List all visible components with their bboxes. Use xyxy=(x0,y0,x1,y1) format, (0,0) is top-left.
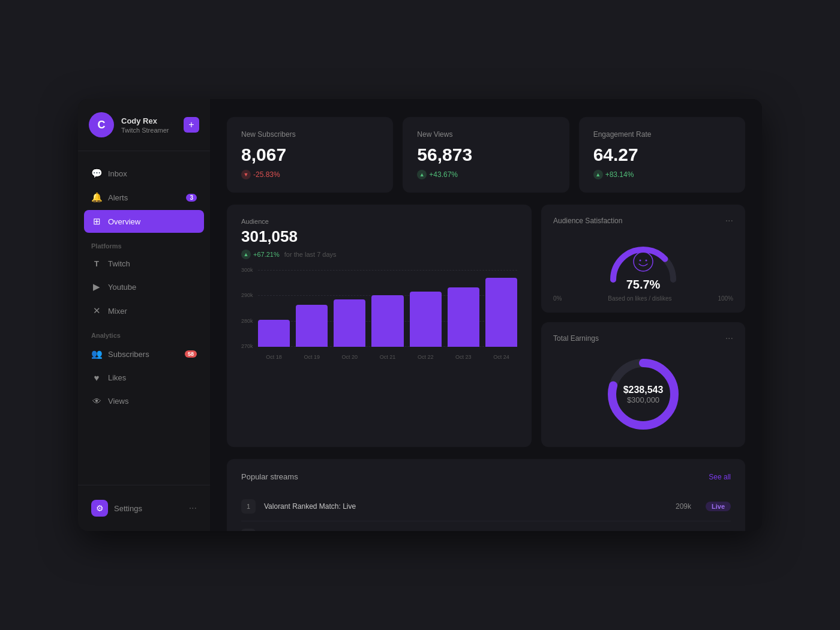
sidebar-profile: C Cody Rex Twitch Streamer + xyxy=(78,99,210,151)
chart-label: Audience xyxy=(241,218,517,225)
stream-item: 1 Valorant Ranked Match: Live 209k Live xyxy=(241,492,731,521)
stat-label: Engagement Rate xyxy=(593,130,731,139)
sidebar-item-label: Mixer xyxy=(108,307,127,316)
card-title: Total Earnings xyxy=(553,334,599,343)
grid-icon: ⊞ xyxy=(91,216,102,227)
svg-point-0 xyxy=(634,252,653,271)
main-content: New Subscribers 8,067 ▼ -25.83% New View… xyxy=(210,99,762,531)
sidebar-item-likes[interactable]: ♥ Likes xyxy=(84,367,204,389)
sidebar-item-label: Overview xyxy=(108,217,140,226)
live-badge: Live xyxy=(706,502,731,511)
see-all-button[interactable]: See all xyxy=(709,473,731,481)
sidebar-navigation: 💬 Inbox 🔔 Alerts 3 ⊞ Overview Platforms … xyxy=(78,151,210,485)
bell-icon: 🔔 xyxy=(91,192,102,203)
stat-value: 56,873 xyxy=(417,145,554,165)
right-column: Audience Satisfaction ··· xyxy=(541,205,745,447)
settings-label: Settings xyxy=(114,504,142,513)
down-arrow-icon: ▼ xyxy=(241,170,251,179)
donut-container: $238,543 $300,000 xyxy=(553,352,733,436)
profile-name: Cody Rex xyxy=(121,116,176,125)
sidebar-item-twitch[interactable]: T Twitch xyxy=(84,253,204,274)
chart-bar[interactable] xyxy=(296,305,328,347)
sidebar-item-inbox[interactable]: 💬 Inbox xyxy=(84,162,204,185)
sidebar-item-subscribers[interactable]: 👥 Subscribers 58 xyxy=(84,343,204,365)
popular-streams-card: Popular streams See all 1 Valorant Ranke… xyxy=(227,459,745,531)
stat-change: ▲ +43.67% xyxy=(417,170,554,179)
gauge-labels: 0% Based on likes / dislikes 100% xyxy=(553,295,733,302)
alerts-badge: 3 xyxy=(186,194,197,202)
chart-bar[interactable] xyxy=(485,278,517,347)
middle-row: Audience 301,058 ▲ +67.21% for the last … xyxy=(227,205,745,447)
current-earnings: $238,543 xyxy=(623,385,664,395)
chart-value: 301,058 xyxy=(241,227,517,246)
sidebar-item-label: Likes xyxy=(108,373,126,382)
subscribers-icon: 👥 xyxy=(91,349,102,359)
analytics-section-label: Analytics xyxy=(84,323,204,343)
profile-role: Twitch Streamer xyxy=(121,127,176,134)
sidebar-item-label: Youtube xyxy=(108,283,136,292)
sidebar-item-youtube[interactable]: ▶ Youtube xyxy=(84,275,204,298)
sidebar: C Cody Rex Twitch Streamer + 💬 Inbox 🔔 A… xyxy=(78,99,210,531)
chart-bar[interactable] xyxy=(371,295,403,347)
card-header: Total Earnings ··· xyxy=(553,333,733,344)
sidebar-item-label: Subscribers xyxy=(108,350,149,359)
stat-value: 64.27 xyxy=(593,145,731,165)
stat-value: 8,067 xyxy=(241,145,379,165)
sidebar-item-mixer[interactable]: ✕ Mixer xyxy=(84,299,204,322)
stream-rank: 2 xyxy=(241,529,256,531)
add-profile-button[interactable]: + xyxy=(184,117,199,133)
chart-area: 300k 290k 280k 270k xyxy=(241,270,517,360)
card-title: Audience Satisfaction xyxy=(553,217,622,225)
chart-bar[interactable] xyxy=(258,320,290,347)
up-icon: ▲ xyxy=(241,250,251,259)
settings-dots[interactable]: ··· xyxy=(189,503,197,514)
eye-icon: 👁 xyxy=(91,396,102,406)
chart-bar[interactable] xyxy=(448,287,479,347)
stream-views: 209k xyxy=(676,502,691,511)
up-arrow-icon: ▲ xyxy=(593,170,603,179)
platforms-section-label: Platforms xyxy=(84,234,204,253)
sidebar-item-views[interactable]: 👁 Views xyxy=(84,390,204,412)
sidebar-item-label: Alerts xyxy=(108,193,128,202)
settings-item[interactable]: ⚙ Settings ··· xyxy=(84,494,204,523)
more-options-button[interactable]: ··· xyxy=(725,333,733,344)
popular-streams-header: Popular streams See all xyxy=(241,472,731,481)
app-container: C Cody Rex Twitch Streamer + 💬 Inbox 🔔 A… xyxy=(78,99,762,531)
stat-change: ▼ -25.83% xyxy=(241,170,379,179)
stat-label: New Views xyxy=(417,130,554,139)
heart-icon: ♥ xyxy=(91,373,102,383)
sidebar-item-alerts[interactable]: 🔔 Alerts 3 xyxy=(84,186,204,209)
sidebar-item-overview[interactable]: ⊞ Overview xyxy=(84,210,204,233)
chart-bar[interactable] xyxy=(334,299,365,347)
twitch-icon: T xyxy=(91,259,102,268)
audience-satisfaction-card: Audience Satisfaction ··· xyxy=(541,205,745,313)
up-arrow-icon: ▲ xyxy=(417,170,427,179)
x-labels: Oct 18 Oct 19 Oct 20 Oct 21 Oct 22 Oct 2… xyxy=(258,354,517,360)
gauge-container: 75.7% 0% Based on likes / dislikes 100% xyxy=(553,235,733,302)
profile-info: Cody Rex Twitch Streamer xyxy=(121,116,176,134)
chart-change: ▲ +67.21% for the last 7 days xyxy=(241,250,517,259)
subscribers-badge: 58 xyxy=(185,350,197,358)
avatar: C xyxy=(89,112,114,137)
gauge-value: 75.7% xyxy=(626,278,661,292)
mixer-icon: ✕ xyxy=(91,305,102,316)
svg-point-1 xyxy=(640,260,641,262)
stat-card-views: New Views 56,873 ▲ +43.67% xyxy=(403,117,569,193)
stream-name: Valorant Ranked Match: Live xyxy=(264,502,667,511)
card-header: Audience Satisfaction ··· xyxy=(553,215,733,226)
donut-center: $238,543 $300,000 xyxy=(623,385,664,404)
sidebar-item-label: Twitch xyxy=(108,259,130,268)
inbox-icon: 💬 xyxy=(91,168,102,179)
more-options-button[interactable]: ··· xyxy=(725,215,733,226)
svg-point-2 xyxy=(646,260,647,262)
gear-icon: ⚙ xyxy=(91,500,108,517)
sidebar-item-label: Inbox xyxy=(108,169,127,178)
stream-item: 2 Valorant SoloQueues: Live 143k Live xyxy=(241,521,731,531)
bars-container xyxy=(258,270,517,347)
chart-bar[interactable] xyxy=(410,292,442,347)
stat-card-subscribers: New Subscribers 8,067 ▼ -25.83% xyxy=(227,117,393,193)
audience-chart-card: Audience 301,058 ▲ +67.21% for the last … xyxy=(227,205,532,447)
stat-change: ▲ +83.14% xyxy=(593,170,731,179)
goal-earnings: $300,000 xyxy=(623,395,664,404)
popular-streams-title: Popular streams xyxy=(241,472,298,481)
